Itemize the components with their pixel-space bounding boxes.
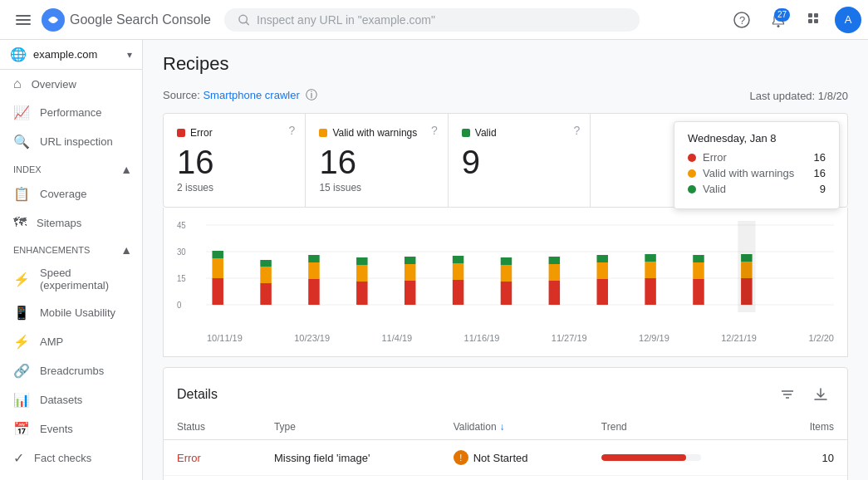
col-items[interactable]: Items xyxy=(772,414,847,440)
sidebar-item-datasets[interactable]: 📊 Datasets xyxy=(0,385,142,414)
sidebar: 🌐 example.com ▾ ⌂ Overview 📈 Performance… xyxy=(0,40,143,480)
col-status[interactable]: Status xyxy=(164,414,261,440)
svg-rect-9 xyxy=(808,13,812,17)
sitemaps-icon: 🗺 xyxy=(13,215,27,230)
index-section-header: Index ▲ xyxy=(0,156,142,179)
svg-rect-36 xyxy=(453,280,464,305)
error-help-icon[interactable]: ? xyxy=(289,124,296,137)
svg-rect-32 xyxy=(356,257,368,265)
svg-rect-25 xyxy=(260,267,272,283)
warning-help-icon[interactable]: ? xyxy=(431,124,438,137)
fact-checks-icon: ✓ xyxy=(13,450,24,466)
svg-rect-24 xyxy=(260,283,272,305)
svg-rect-44 xyxy=(549,257,561,264)
svg-rect-22 xyxy=(212,258,223,278)
col-validation[interactable]: Validation ↓ xyxy=(440,414,588,440)
help-button[interactable]: ? xyxy=(725,3,758,37)
tooltip-error-dot xyxy=(688,154,696,162)
warning-card-label: Valid with warnings xyxy=(319,127,434,139)
svg-rect-23 xyxy=(212,251,223,258)
x-label-6: 12/21/19 xyxy=(721,333,757,343)
svg-rect-26 xyxy=(260,260,272,267)
error-issues: 2 issues xyxy=(177,182,292,193)
sidebar-item-breadcrumbs[interactable]: 🔗 Breadcrumbs xyxy=(0,356,142,385)
row-1-status: Error xyxy=(164,476,261,481)
valid-count: 9 xyxy=(462,145,576,179)
row-0-trend xyxy=(588,440,772,476)
x-label-3: 11/16/19 xyxy=(464,333,500,343)
topbar-right: ? 27 A xyxy=(725,3,861,37)
sidebar-item-mobile-usability[interactable]: 📱 Mobile Usability xyxy=(0,298,142,327)
error-dot xyxy=(177,129,185,137)
breadcrumbs-icon: 🔗 xyxy=(13,363,30,379)
sidebar-item-coverage[interactable]: 📋 Coverage xyxy=(0,179,142,208)
svg-rect-34 xyxy=(405,264,416,281)
sidebar-item-performance[interactable]: 📈 Performance xyxy=(0,98,142,127)
avatar[interactable]: A xyxy=(835,7,861,33)
events-icon: 📅 xyxy=(13,421,30,437)
svg-rect-49 xyxy=(645,262,656,278)
sidebar-item-overview[interactable]: ⌂ Overview xyxy=(0,70,142,98)
source-link[interactable]: Smartphone crawler xyxy=(203,89,299,101)
sidebar-item-events[interactable]: 📅 Events xyxy=(0,414,142,443)
svg-rect-37 xyxy=(453,263,464,280)
source-help-icon[interactable]: ⓘ xyxy=(306,88,317,101)
row-0-items: 10 xyxy=(772,440,847,476)
svg-text:15: 15 xyxy=(177,274,186,283)
row-0-type: Missing field 'image' xyxy=(261,440,440,476)
svg-rect-52 xyxy=(693,262,704,279)
search-input[interactable] xyxy=(257,13,626,27)
sidebar-item-sitemaps[interactable]: 🗺 Sitemaps xyxy=(0,208,142,237)
site-name: example.com xyxy=(33,48,120,61)
validation-icon-0: ! xyxy=(454,450,468,465)
sidebar-item-faq[interactable]: ❓ FAQ xyxy=(0,473,142,480)
tooltip-error-label: Error xyxy=(703,151,807,164)
enhancements-toggle-icon[interactable]: ▲ xyxy=(120,243,132,257)
svg-rect-35 xyxy=(405,257,416,264)
svg-rect-0 xyxy=(16,15,31,17)
mobile-usability-icon: 📱 xyxy=(13,305,30,321)
tooltip-valid-dot xyxy=(688,185,696,193)
svg-text:30: 30 xyxy=(177,247,186,257)
site-chevron-icon: ▾ xyxy=(127,49,132,61)
table-row[interactable]: Error Missing field 'name' ! Not Started xyxy=(164,476,847,481)
svg-rect-31 xyxy=(356,265,368,282)
svg-rect-50 xyxy=(645,254,656,262)
x-label-2: 11/4/19 xyxy=(381,333,412,343)
site-selector[interactable]: 🌐 example.com ▾ xyxy=(0,40,142,70)
sidebar-item-url-inspection[interactable]: 🔍 URL inspection xyxy=(0,127,142,156)
last-updated-label: Last updated: xyxy=(749,90,815,102)
sidebar-item-breadcrumbs-label: Breadcrumbs xyxy=(40,365,104,377)
details-title: Details xyxy=(177,387,218,402)
notifications-button[interactable]: 27 xyxy=(762,3,795,37)
table-row[interactable]: Error Missing field 'image' ! Not Starte… xyxy=(164,440,847,476)
svg-rect-28 xyxy=(308,262,320,279)
col-trend[interactable]: Trend xyxy=(588,414,772,440)
chart-area: 45 30 15 0 xyxy=(163,208,848,357)
filter-button[interactable] xyxy=(774,381,801,408)
error-count: 16 xyxy=(177,145,292,179)
x-label-0: 10/11/19 xyxy=(207,333,243,343)
index-toggle-icon[interactable]: ▲ xyxy=(120,163,132,176)
enhancements-section-header: Enhancements ▲ xyxy=(0,237,142,260)
valid-help-icon[interactable]: ? xyxy=(573,124,580,137)
menu-icon[interactable] xyxy=(7,3,40,37)
overview-icon: ⌂ xyxy=(13,76,22,91)
sidebar-item-fact-checks[interactable]: ✓ Fact checks xyxy=(0,443,142,473)
apps-button[interactable] xyxy=(798,3,831,37)
svg-rect-33 xyxy=(405,281,416,305)
sidebar-item-amp[interactable]: ⚡ AMP xyxy=(0,327,142,356)
svg-rect-57 xyxy=(738,221,755,312)
details-table: Status Type Validation ↓ Trend Items xyxy=(164,414,847,480)
svg-rect-45 xyxy=(596,279,608,305)
svg-rect-11 xyxy=(808,19,812,23)
sidebar-item-speed[interactable]: ⚡ Speed (experimental) xyxy=(0,260,142,298)
chart-container: 45 30 15 0 xyxy=(177,221,834,343)
row-0-status: Error xyxy=(164,440,261,476)
sidebar-item-sitemaps-label: Sitemaps xyxy=(37,217,81,229)
download-button[interactable] xyxy=(807,381,834,408)
coverage-icon: 📋 xyxy=(13,186,30,202)
details-actions xyxy=(774,381,834,408)
col-type[interactable]: Type xyxy=(261,414,440,440)
tooltip-warning-label: Valid with warnings xyxy=(703,167,807,179)
